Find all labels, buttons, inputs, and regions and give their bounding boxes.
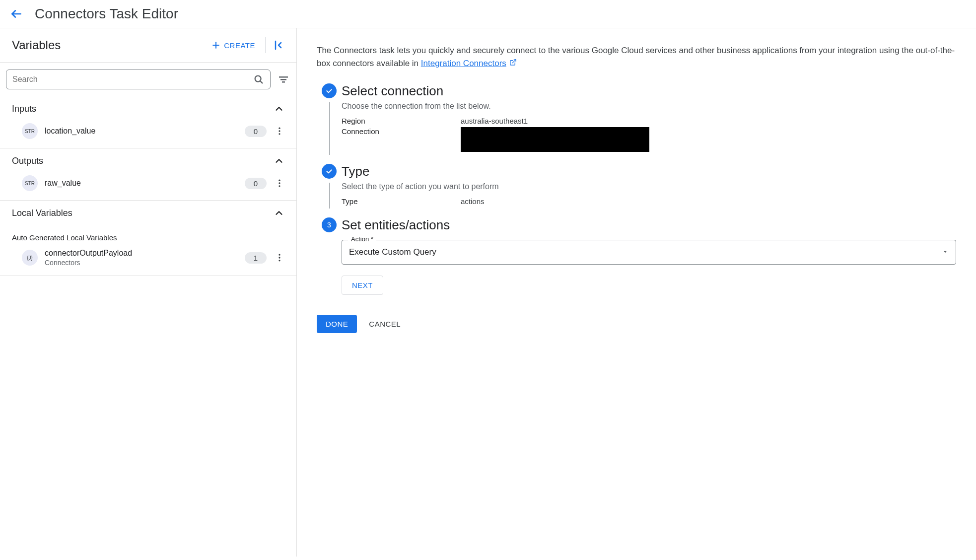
svg-line-5 bbox=[260, 81, 262, 83]
variable-name: location_value bbox=[45, 127, 245, 136]
outputs-section-title: Outputs bbox=[12, 156, 43, 166]
search-input[interactable] bbox=[12, 75, 253, 84]
variable-item[interactable]: STR raw_value 0 bbox=[0, 172, 296, 200]
connection-value-redacted bbox=[461, 127, 649, 152]
page-title: Connectors Task Editor bbox=[35, 6, 178, 22]
collapse-panel-icon[interactable] bbox=[271, 37, 286, 53]
chevron-up-icon bbox=[274, 155, 284, 166]
back-arrow-icon[interactable] bbox=[10, 7, 23, 20]
svg-line-18 bbox=[512, 59, 516, 63]
divider bbox=[265, 37, 266, 53]
usage-count: 1 bbox=[245, 252, 267, 264]
svg-point-12 bbox=[279, 180, 280, 181]
step-connector bbox=[329, 183, 330, 209]
svg-point-9 bbox=[279, 128, 280, 129]
step-2-subtitle: Select the type of action you want to pe… bbox=[342, 182, 956, 191]
type-label: Type bbox=[342, 197, 461, 206]
step-2-title: Type bbox=[342, 164, 956, 179]
usage-count: 0 bbox=[245, 178, 267, 189]
step-3-title: Set entities/actions bbox=[342, 217, 956, 233]
step-3-number: 3 bbox=[322, 217, 337, 232]
more-icon[interactable] bbox=[273, 251, 286, 265]
type-value: actions bbox=[461, 197, 485, 206]
type-badge-json: {J} bbox=[22, 250, 38, 266]
search-icon[interactable] bbox=[253, 74, 264, 85]
svg-marker-19 bbox=[944, 251, 947, 253]
step-complete-icon bbox=[322, 164, 337, 179]
intro-text-body: The Connectors task lets you quickly and… bbox=[317, 46, 955, 68]
action-select[interactable]: Action * Execute Custom Query bbox=[342, 240, 956, 265]
step-connector bbox=[329, 102, 330, 155]
action-select-value: Execute Custom Query bbox=[349, 247, 436, 257]
svg-point-11 bbox=[279, 133, 280, 135]
local-variables-section-title: Local Variables bbox=[12, 208, 72, 218]
inputs-section-header[interactable]: Inputs bbox=[0, 96, 296, 120]
search-box[interactable] bbox=[6, 70, 271, 89]
variable-name: connectorOutputPayload bbox=[45, 249, 245, 258]
more-icon[interactable] bbox=[273, 124, 286, 138]
type-badge-str: STR bbox=[22, 123, 38, 139]
svg-point-17 bbox=[279, 260, 280, 261]
integration-connectors-link[interactable]: Integration Connectors bbox=[421, 59, 506, 68]
svg-point-16 bbox=[279, 257, 280, 258]
config-panel: The Connectors task lets you quickly and… bbox=[297, 28, 976, 557]
type-badge-str: STR bbox=[22, 175, 38, 191]
svg-rect-6 bbox=[279, 76, 288, 78]
variable-item[interactable]: {J} connectorOutputPayload Connectors 1 bbox=[0, 246, 296, 276]
local-variables-section-header[interactable]: Local Variables bbox=[0, 201, 296, 224]
chevron-up-icon bbox=[274, 103, 284, 114]
svg-rect-8 bbox=[282, 81, 285, 83]
region-value: australia-southeast1 bbox=[461, 117, 528, 125]
filter-icon[interactable] bbox=[276, 71, 291, 87]
done-button[interactable]: DONE bbox=[317, 315, 357, 333]
external-link-icon bbox=[507, 60, 517, 68]
svg-point-14 bbox=[279, 185, 280, 187]
next-button[interactable]: NEXT bbox=[342, 276, 383, 295]
variables-panel: Variables CREATE bbox=[0, 28, 297, 557]
action-select-label: Action * bbox=[348, 235, 376, 243]
chevron-up-icon bbox=[274, 208, 284, 218]
create-button-label: CREATE bbox=[224, 41, 255, 50]
svg-point-15 bbox=[279, 254, 280, 256]
variable-source: Connectors bbox=[45, 259, 245, 267]
usage-count: 0 bbox=[245, 126, 267, 137]
svg-point-10 bbox=[279, 130, 280, 132]
inputs-section-title: Inputs bbox=[12, 104, 36, 114]
variable-name: raw_value bbox=[45, 179, 245, 188]
step-complete-icon bbox=[322, 83, 337, 98]
intro-text: The Connectors task lets you quickly and… bbox=[317, 44, 956, 70]
cancel-button[interactable]: CANCEL bbox=[369, 320, 401, 328]
variables-title: Variables bbox=[12, 38, 61, 52]
svg-rect-7 bbox=[280, 79, 286, 80]
more-icon[interactable] bbox=[273, 176, 286, 190]
dropdown-arrow-icon bbox=[942, 248, 949, 255]
step-1-subtitle: Choose the connection from the list belo… bbox=[342, 102, 956, 111]
connection-label: Connection bbox=[342, 127, 461, 136]
step-1-title: Select connection bbox=[342, 83, 956, 99]
outputs-section-header[interactable]: Outputs bbox=[0, 148, 296, 172]
variable-item[interactable]: STR location_value 0 bbox=[0, 120, 296, 148]
auto-generated-subheading: Auto Generated Local Variables bbox=[0, 224, 296, 246]
create-button[interactable]: CREATE bbox=[206, 36, 260, 54]
svg-point-13 bbox=[279, 182, 280, 184]
region-label: Region bbox=[342, 117, 461, 125]
